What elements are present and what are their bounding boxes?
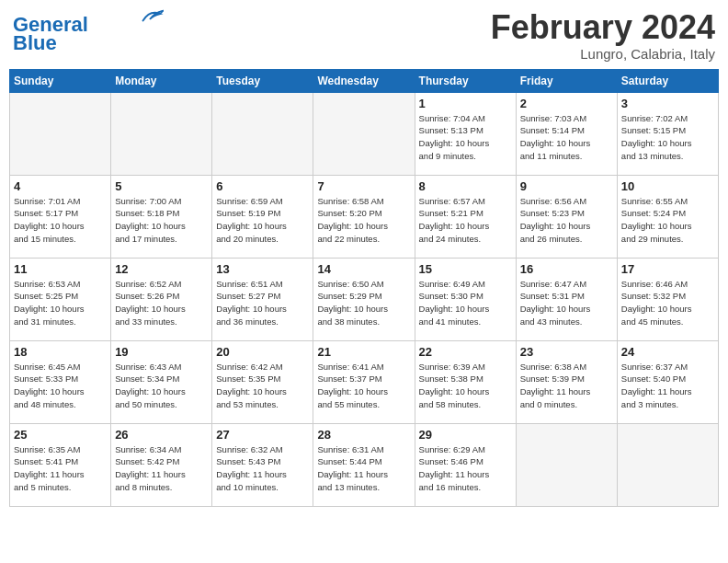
day-number: 4	[14, 179, 107, 193]
day-info: Sunrise: 6:34 AMSunset: 5:42 PMDaylight:…	[115, 443, 208, 494]
calendar-cell: 13Sunrise: 6:51 AMSunset: 5:27 PMDayligh…	[212, 258, 313, 340]
day-number: 28	[317, 428, 410, 442]
day-number: 22	[419, 345, 512, 359]
day-info: Sunrise: 6:35 AMSunset: 5:41 PMDaylight:…	[14, 443, 107, 494]
day-number: 20	[216, 345, 309, 359]
calendar-cell: 25Sunrise: 6:35 AMSunset: 5:41 PMDayligh…	[10, 423, 111, 506]
calendar-cell: 9Sunrise: 6:56 AMSunset: 5:23 PMDaylight…	[516, 175, 617, 258]
day-number: 18	[14, 345, 107, 359]
calendar-cell: 11Sunrise: 6:53 AMSunset: 5:25 PMDayligh…	[10, 258, 111, 340]
day-info: Sunrise: 7:01 AMSunset: 5:17 PMDaylight:…	[14, 195, 107, 246]
calendar-cell: 19Sunrise: 6:43 AMSunset: 5:34 PMDayligh…	[111, 340, 212, 423]
day-info: Sunrise: 7:00 AMSunset: 5:18 PMDaylight:…	[115, 195, 208, 246]
weekday-header: Monday	[111, 69, 212, 92]
calendar-week-row: 18Sunrise: 6:45 AMSunset: 5:33 PMDayligh…	[10, 340, 719, 423]
calendar-cell	[212, 92, 313, 175]
logo-text-blue: Blue	[13, 33, 57, 53]
calendar-cell: 24Sunrise: 6:37 AMSunset: 5:40 PMDayligh…	[617, 340, 718, 423]
day-info: Sunrise: 6:51 AMSunset: 5:27 PMDaylight:…	[216, 278, 309, 328]
calendar-cell: 18Sunrise: 6:45 AMSunset: 5:33 PMDayligh…	[10, 340, 111, 423]
calendar-cell: 7Sunrise: 6:58 AMSunset: 5:20 PMDaylight…	[313, 175, 415, 258]
day-number: 9	[520, 179, 613, 193]
calendar-cell: 26Sunrise: 6:34 AMSunset: 5:42 PMDayligh…	[111, 423, 212, 506]
calendar-week-row: 1Sunrise: 7:04 AMSunset: 5:13 PMDaylight…	[10, 92, 719, 175]
weekday-header: Wednesday	[313, 69, 415, 92]
calendar-cell: 5Sunrise: 7:00 AMSunset: 5:18 PMDaylight…	[111, 175, 212, 258]
calendar-cell	[111, 92, 212, 175]
calendar-week-row: 11Sunrise: 6:53 AMSunset: 5:25 PMDayligh…	[10, 258, 719, 340]
title-block: February 2024 Lungro, Calabria, Italy	[491, 9, 715, 62]
day-info: Sunrise: 6:53 AMSunset: 5:25 PMDaylight:…	[14, 278, 107, 328]
day-info: Sunrise: 6:47 AMSunset: 5:31 PMDaylight:…	[520, 278, 613, 328]
calendar-cell: 28Sunrise: 6:31 AMSunset: 5:44 PMDayligh…	[313, 423, 415, 506]
day-number: 29	[419, 428, 512, 442]
calendar-header-row: SundayMondayTuesdayWednesdayThursdayFrid…	[10, 69, 719, 92]
day-number: 23	[520, 345, 613, 359]
day-info: Sunrise: 6:56 AMSunset: 5:23 PMDaylight:…	[520, 195, 613, 246]
calendar-title: February 2024	[491, 9, 715, 46]
day-number: 1	[419, 97, 512, 110]
calendar-cell: 10Sunrise: 6:55 AMSunset: 5:24 PMDayligh…	[617, 175, 718, 258]
calendar-cell	[10, 92, 111, 175]
day-info: Sunrise: 6:52 AMSunset: 5:26 PMDaylight:…	[115, 278, 208, 328]
day-number: 5	[115, 179, 208, 193]
day-info: Sunrise: 7:03 AMSunset: 5:14 PMDaylight:…	[520, 112, 613, 163]
calendar-cell: 3Sunrise: 7:02 AMSunset: 5:15 PMDaylight…	[617, 92, 718, 175]
day-number: 15	[419, 262, 512, 276]
weekday-header: Tuesday	[212, 69, 313, 92]
calendar-cell: 8Sunrise: 6:57 AMSunset: 5:21 PMDaylight…	[415, 175, 516, 258]
day-info: Sunrise: 6:29 AMSunset: 5:46 PMDaylight:…	[419, 443, 512, 494]
calendar-table: SundayMondayTuesdayWednesdayThursdayFrid…	[9, 69, 719, 507]
day-number: 7	[317, 179, 410, 193]
weekday-header: Thursday	[415, 69, 516, 92]
calendar-cell: 27Sunrise: 6:32 AMSunset: 5:43 PMDayligh…	[212, 423, 313, 506]
day-number: 14	[317, 262, 410, 276]
day-info: Sunrise: 7:02 AMSunset: 5:15 PMDaylight:…	[621, 112, 714, 163]
day-info: Sunrise: 6:46 AMSunset: 5:32 PMDaylight:…	[621, 278, 714, 328]
calendar-cell: 20Sunrise: 6:42 AMSunset: 5:35 PMDayligh…	[212, 340, 313, 423]
calendar-body: 1Sunrise: 7:04 AMSunset: 5:13 PMDaylight…	[10, 92, 719, 506]
day-info: Sunrise: 6:31 AMSunset: 5:44 PMDaylight:…	[317, 443, 410, 494]
day-number: 25	[14, 428, 107, 442]
calendar-week-row: 25Sunrise: 6:35 AMSunset: 5:41 PMDayligh…	[10, 423, 719, 506]
day-number: 3	[621, 97, 714, 110]
calendar-week-row: 4Sunrise: 7:01 AMSunset: 5:17 PMDaylight…	[10, 175, 719, 258]
day-info: Sunrise: 6:49 AMSunset: 5:30 PMDaylight:…	[419, 278, 512, 328]
calendar-cell: 16Sunrise: 6:47 AMSunset: 5:31 PMDayligh…	[516, 258, 617, 340]
calendar-cell: 29Sunrise: 6:29 AMSunset: 5:46 PMDayligh…	[415, 423, 516, 506]
page-header: General Blue February 2024 Lungro, Calab…	[9, 9, 719, 62]
day-info: Sunrise: 6:42 AMSunset: 5:35 PMDaylight:…	[216, 361, 309, 411]
day-info: Sunrise: 6:57 AMSunset: 5:21 PMDaylight:…	[419, 195, 512, 246]
day-info: Sunrise: 6:55 AMSunset: 5:24 PMDaylight:…	[621, 195, 714, 246]
weekday-header: Saturday	[617, 69, 718, 92]
calendar-cell: 1Sunrise: 7:04 AMSunset: 5:13 PMDaylight…	[415, 92, 516, 175]
day-info: Sunrise: 7:04 AMSunset: 5:13 PMDaylight:…	[419, 112, 512, 163]
day-info: Sunrise: 6:43 AMSunset: 5:34 PMDaylight:…	[115, 361, 208, 411]
day-info: Sunrise: 6:59 AMSunset: 5:19 PMDaylight:…	[216, 195, 309, 246]
day-number: 27	[216, 428, 309, 442]
calendar-cell: 17Sunrise: 6:46 AMSunset: 5:32 PMDayligh…	[617, 258, 718, 340]
calendar-cell	[313, 92, 415, 175]
day-info: Sunrise: 6:41 AMSunset: 5:37 PMDaylight:…	[317, 361, 410, 411]
day-info: Sunrise: 6:37 AMSunset: 5:40 PMDaylight:…	[621, 361, 714, 411]
day-number: 24	[621, 345, 714, 359]
day-number: 2	[520, 97, 613, 110]
calendar-cell: 15Sunrise: 6:49 AMSunset: 5:30 PMDayligh…	[415, 258, 516, 340]
day-number: 19	[115, 345, 208, 359]
day-number: 8	[419, 179, 512, 193]
day-number: 10	[621, 179, 714, 193]
day-info: Sunrise: 6:50 AMSunset: 5:29 PMDaylight:…	[317, 278, 410, 328]
calendar-cell: 6Sunrise: 6:59 AMSunset: 5:19 PMDaylight…	[212, 175, 313, 258]
weekday-header: Friday	[516, 69, 617, 92]
calendar-cell: 4Sunrise: 7:01 AMSunset: 5:17 PMDaylight…	[10, 175, 111, 258]
calendar-subtitle: Lungro, Calabria, Italy	[491, 46, 715, 62]
calendar-cell: 2Sunrise: 7:03 AMSunset: 5:14 PMDaylight…	[516, 92, 617, 175]
calendar-cell: 21Sunrise: 6:41 AMSunset: 5:37 PMDayligh…	[313, 340, 415, 423]
day-number: 17	[621, 262, 714, 276]
day-info: Sunrise: 6:32 AMSunset: 5:43 PMDaylight:…	[216, 443, 309, 494]
day-number: 13	[216, 262, 309, 276]
day-number: 21	[317, 345, 410, 359]
day-number: 12	[115, 262, 208, 276]
day-info: Sunrise: 6:58 AMSunset: 5:20 PMDaylight:…	[317, 195, 410, 246]
weekday-header: Sunday	[10, 69, 111, 92]
